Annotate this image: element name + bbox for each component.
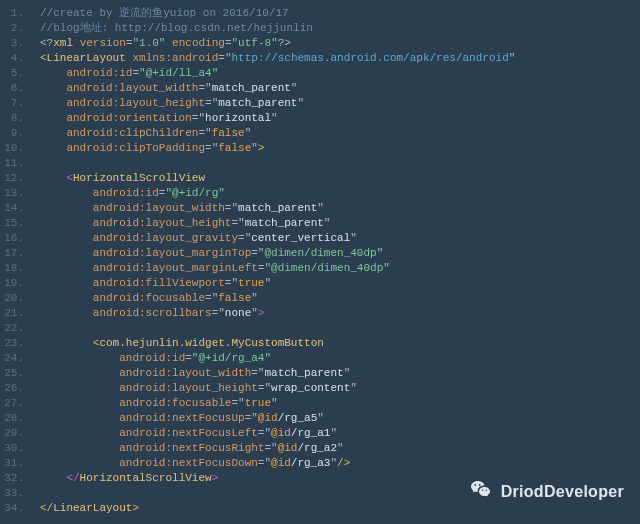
- line-number: 23.: [4, 336, 24, 351]
- line-number: 21.: [4, 306, 24, 321]
- code-area[interactable]: //create by 逆流的鱼yuiop on 2016/10/17//blo…: [32, 0, 640, 524]
- line-number: 16.: [4, 231, 24, 246]
- line-number: 27.: [4, 396, 24, 411]
- code-line[interactable]: android:nextFocusDown="@id/rg_a3"/>: [40, 456, 632, 471]
- line-number: 33.: [4, 486, 24, 501]
- code-line[interactable]: android:focusable="false": [40, 291, 632, 306]
- code-line[interactable]: android:layout_width="match_parent": [40, 366, 632, 381]
- code-line[interactable]: <?xml version="1.0" encoding="utf-8"?>: [40, 36, 632, 51]
- code-line[interactable]: android:id="@+id/ll_a4": [40, 66, 632, 81]
- line-number: 29.: [4, 426, 24, 441]
- line-number: 1.: [4, 6, 24, 21]
- code-line[interactable]: android:clipToPadding="false">: [40, 141, 632, 156]
- code-editor[interactable]: 1.2.3.4.5.6.7.8.9.10.11.12.13.14.15.16.1…: [0, 0, 640, 524]
- code-line[interactable]: android:fillViewport="true": [40, 276, 632, 291]
- line-number: 15.: [4, 216, 24, 231]
- line-number: 12.: [4, 171, 24, 186]
- code-line[interactable]: </LinearLayout>: [40, 501, 632, 516]
- code-line[interactable]: android:scrollbars="none">: [40, 306, 632, 321]
- code-line[interactable]: <com.hejunlin.widget.MyCustomButton: [40, 336, 632, 351]
- code-line[interactable]: //blog地址: http://blog.csdn.net/hejjunlin: [40, 21, 632, 36]
- line-number: 22.: [4, 321, 24, 336]
- code-line[interactable]: android:orientation="horizontal": [40, 111, 632, 126]
- code-line[interactable]: android:layout_width="match_parent": [40, 201, 632, 216]
- code-line[interactable]: <LinearLayout xmlns:android="http://sche…: [40, 51, 632, 66]
- code-line[interactable]: android:id="@+id/rg": [40, 186, 632, 201]
- line-number: 32.: [4, 471, 24, 486]
- code-line[interactable]: android:id="@+id/rg_a4": [40, 351, 632, 366]
- line-number: 34.: [4, 501, 24, 516]
- line-number: 13.: [4, 186, 24, 201]
- line-number: 11.: [4, 156, 24, 171]
- code-line[interactable]: android:layout_marginTop="@dimen/dimen_4…: [40, 246, 632, 261]
- line-number: 4.: [4, 51, 24, 66]
- line-number: 28.: [4, 411, 24, 426]
- line-number: 25.: [4, 366, 24, 381]
- line-number: 19.: [4, 276, 24, 291]
- line-number: 24.: [4, 351, 24, 366]
- line-number-gutter: 1.2.3.4.5.6.7.8.9.10.11.12.13.14.15.16.1…: [0, 0, 32, 524]
- line-number: 3.: [4, 36, 24, 51]
- code-line[interactable]: [40, 156, 632, 171]
- line-number: 30.: [4, 441, 24, 456]
- code-line[interactable]: android:nextFocusRight="@id/rg_a2": [40, 441, 632, 456]
- code-line[interactable]: </HorizontalScrollView>: [40, 471, 632, 486]
- line-number: 31.: [4, 456, 24, 471]
- line-number: 20.: [4, 291, 24, 306]
- line-number: 14.: [4, 201, 24, 216]
- code-line[interactable]: android:layout_height="wrap_content": [40, 381, 632, 396]
- code-line[interactable]: android:layout_marginLeft="@dimen/dimen_…: [40, 261, 632, 276]
- code-line[interactable]: android:layout_width="match_parent": [40, 81, 632, 96]
- line-number: 6.: [4, 81, 24, 96]
- line-number: 18.: [4, 261, 24, 276]
- line-number: 9.: [4, 126, 24, 141]
- code-line[interactable]: //create by 逆流的鱼yuiop on 2016/10/17: [40, 6, 632, 21]
- code-line[interactable]: android:focusable="true": [40, 396, 632, 411]
- line-number: 7.: [4, 96, 24, 111]
- code-line[interactable]: [40, 321, 632, 336]
- line-number: 2.: [4, 21, 24, 36]
- line-number: 17.: [4, 246, 24, 261]
- code-line[interactable]: [40, 486, 632, 501]
- code-line[interactable]: android:layout_height="match_parent": [40, 216, 632, 231]
- code-line[interactable]: android:layout_height="match_parent": [40, 96, 632, 111]
- code-line[interactable]: android:clipChildren="false": [40, 126, 632, 141]
- line-number: 10.: [4, 141, 24, 156]
- line-number: 8.: [4, 111, 24, 126]
- code-line[interactable]: android:nextFocusLeft="@id/rg_a1": [40, 426, 632, 441]
- line-number: 26.: [4, 381, 24, 396]
- code-line[interactable]: <HorizontalScrollView: [40, 171, 632, 186]
- code-line[interactable]: android:nextFocusUp="@id/rg_a5": [40, 411, 632, 426]
- line-number: 5.: [4, 66, 24, 81]
- code-line[interactable]: android:layout_gravity="center_vertical": [40, 231, 632, 246]
